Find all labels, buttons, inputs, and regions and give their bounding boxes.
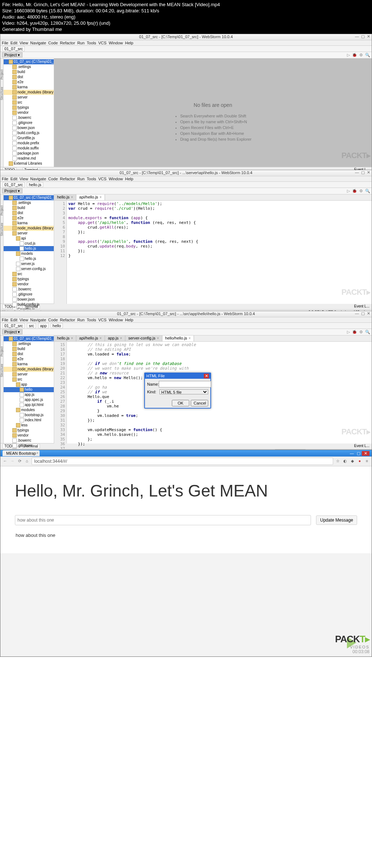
tree-item[interactable]: .gitignore xyxy=(4,443,54,448)
editor-tab[interactable]: hello.js× xyxy=(54,335,76,341)
minimize-icon[interactable]: — xyxy=(350,451,354,455)
tree-item[interactable]: dist xyxy=(4,210,54,216)
menu-vcs[interactable]: VCS xyxy=(98,177,107,181)
tree-item[interactable]: build xyxy=(4,205,54,210)
menu-refactor[interactable]: Refactor xyxy=(60,177,75,181)
tree-item[interactable]: .bowerrc xyxy=(4,287,54,292)
breadcrumb[interactable]: 01_07_src hello.js xyxy=(0,182,372,188)
cancel-button[interactable]: Cancel xyxy=(191,400,208,406)
tree-item[interactable]: typings xyxy=(4,277,54,282)
tree-item[interactable]: readme.md xyxy=(4,156,54,161)
search-icon[interactable]: 🔍 xyxy=(365,330,370,334)
close-icon[interactable]: ✕ xyxy=(367,311,370,316)
close-icon[interactable]: ✕ xyxy=(367,34,370,39)
tree-item[interactable]: 01_07_src (C:\Temp\01_07_src) xyxy=(4,195,54,200)
editor-tab[interactable]: api/hello.js× xyxy=(76,194,105,200)
tree-item[interactable]: models xyxy=(4,251,54,256)
tree-item[interactable]: server.js xyxy=(4,261,54,266)
tree-item[interactable]: typings xyxy=(4,105,54,110)
menu-edit[interactable]: Edit xyxy=(11,177,17,181)
tree-item[interactable]: 01_07_src (C:\Temp\01_07_src) xyxy=(4,59,54,64)
update-message-button[interactable]: Update Message xyxy=(316,515,357,525)
menu-navigate[interactable]: Navigate xyxy=(30,41,46,45)
tree-item[interactable]: src xyxy=(4,100,54,105)
tree-item[interactable]: .bowerrc xyxy=(4,115,54,120)
debug-icon[interactable]: 🐞 xyxy=(352,189,357,193)
forward-icon[interactable]: → xyxy=(10,459,15,464)
browser-tab[interactable]: MEAN Bootstrap× xyxy=(3,450,40,456)
tree-item[interactable]: hello.js xyxy=(4,256,54,261)
menu-view[interactable]: View xyxy=(20,177,28,181)
tree-item[interactable]: app.spec.js xyxy=(4,397,54,402)
tree-item[interactable]: src xyxy=(4,377,54,382)
tree-item[interactable]: build xyxy=(4,346,54,351)
menu-help[interactable]: Help xyxy=(125,177,133,181)
tree-item[interactable]: hello.js xyxy=(4,246,54,251)
menu-view[interactable]: View xyxy=(20,318,28,322)
editor-tab[interactable]: api/hello.js× xyxy=(76,335,105,341)
menu-run[interactable]: Run xyxy=(77,177,85,181)
breadcrumb[interactable]: 01_07_src xyxy=(0,46,372,52)
tree-item[interactable]: node_modules (library home) xyxy=(4,226,54,231)
tab-close-icon[interactable]: × xyxy=(100,195,102,199)
tab-close-icon[interactable]: × xyxy=(36,451,39,455)
ok-button[interactable]: OK xyxy=(172,400,189,406)
debug-icon[interactable]: 🐞 xyxy=(352,53,357,57)
tree-item[interactable]: External Libraries xyxy=(4,161,54,166)
tab-close-icon[interactable]: × xyxy=(71,336,73,340)
code-editor[interactable]: var Hello = require('../models/Hello'); … xyxy=(67,201,372,304)
tab-close-icon[interactable]: × xyxy=(120,336,122,340)
tree-item[interactable]: .bowerrc xyxy=(4,438,54,443)
minimize-icon[interactable]: — xyxy=(355,170,359,174)
menu-run[interactable]: Run xyxy=(77,318,85,322)
tree-item[interactable]: .settings xyxy=(4,200,54,205)
tree-item[interactable]: less xyxy=(4,423,54,428)
ext-icon[interactable]: ◐ xyxy=(343,459,348,464)
tree-item[interactable]: bower.json xyxy=(4,297,54,302)
menu-code[interactable]: Code xyxy=(48,41,58,45)
tree-item[interactable]: karma xyxy=(4,362,54,367)
tree-item[interactable]: modules xyxy=(4,407,54,413)
maximize-icon[interactable]: ▢ xyxy=(361,311,365,316)
reload-icon[interactable]: ⟳ xyxy=(17,459,22,464)
message-input[interactable] xyxy=(15,515,311,525)
run-icon[interactable]: ▷ xyxy=(347,189,350,193)
menu-window[interactable]: Window xyxy=(109,177,123,181)
breadcrumb[interactable]: 01_07_src src app hello xyxy=(0,323,372,329)
tab-close-icon[interactable]: × xyxy=(157,336,159,340)
tree-item[interactable]: dist xyxy=(4,75,54,80)
tree-item[interactable]: build.config.js xyxy=(4,302,54,307)
tree-item[interactable]: server xyxy=(4,95,54,100)
tree-item[interactable]: package.json xyxy=(4,151,54,156)
ext-icon[interactable]: ● xyxy=(357,459,362,464)
debug-icon[interactable]: 🐞 xyxy=(352,330,357,334)
tree-item[interactable]: module.prefix xyxy=(4,141,54,146)
menu-navigate[interactable]: Navigate xyxy=(30,177,46,181)
tree-item[interactable]: vendor xyxy=(4,110,54,115)
maximize-icon[interactable]: ▢ xyxy=(357,451,360,456)
run-icon[interactable]: ▷ xyxy=(347,53,350,57)
tree-item[interactable]: server xyxy=(4,231,54,236)
tree-item[interactable]: e2e xyxy=(4,80,54,85)
minimize-icon[interactable]: — xyxy=(355,34,359,39)
tree-item[interactable]: build xyxy=(4,69,54,75)
tree-item[interactable]: node_modules (library home) xyxy=(4,367,54,372)
tree-item[interactable]: bootstrap.js xyxy=(4,413,54,418)
close-icon[interactable]: ✕ xyxy=(362,451,369,456)
menu-file[interactable]: File xyxy=(2,318,8,322)
editor-tab[interactable]: server-config.js× xyxy=(125,335,162,341)
tree-item[interactable]: Gruntfile.js xyxy=(4,136,54,141)
tree-item[interactable]: server xyxy=(4,372,54,377)
settings-icon[interactable]: ⚙ xyxy=(359,330,363,334)
tree-item[interactable]: karma xyxy=(4,85,54,90)
tree-item[interactable]: vendor xyxy=(4,433,54,438)
editor-tab[interactable]: hello.js× xyxy=(54,194,76,200)
maximize-icon[interactable]: ▢ xyxy=(361,170,365,174)
project-tab[interactable]: Project ▾ xyxy=(2,52,23,57)
menu-help[interactable]: Help xyxy=(125,41,133,45)
search-icon[interactable]: 🔍 xyxy=(365,53,370,57)
tree-item[interactable]: e2e xyxy=(4,357,54,362)
tab-close-icon[interactable]: × xyxy=(189,336,191,340)
dialog-close-icon[interactable]: ✕ xyxy=(204,374,209,378)
tree-item[interactable]: .settings xyxy=(4,64,54,69)
